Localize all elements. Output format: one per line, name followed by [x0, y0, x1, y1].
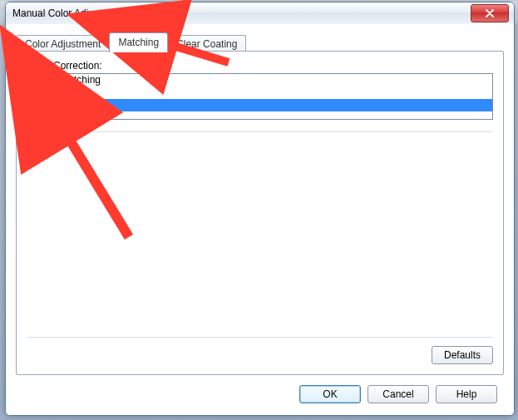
tab-matching[interactable]: Matching — [109, 32, 168, 52]
dialog-button-row: OK Cancel Help — [299, 385, 497, 403]
divider — [27, 131, 493, 132]
desktop-backdrop: Manual Color Adjustment Color Adjustment… — [0, 0, 518, 420]
cancel-button[interactable]: Cancel — [368, 385, 429, 403]
list-item-label: ICM — [31, 86, 49, 98]
defaults-button[interactable]: Defaults — [432, 346, 493, 364]
color-correction-listbox[interactable]: Driver Matching ICM None — [27, 73, 493, 120]
list-item[interactable]: Driver Matching — [27, 74, 492, 86]
window-title: Manual Color Adjustment — [12, 7, 124, 19]
tab-page-matching: Color Correction: Driver Matching ICM No… — [16, 51, 504, 375]
close-button[interactable] — [471, 4, 509, 22]
color-correction-label: Color Correction: — [27, 60, 102, 72]
titlebar: Manual Color Adjustment — [6, 2, 514, 25]
defaults-area: Defaults — [432, 346, 493, 364]
list-item-label: None — [31, 99, 55, 111]
tab-label: Color Adjustment — [25, 38, 101, 50]
list-item[interactable]: None — [27, 99, 492, 111]
close-icon — [486, 9, 494, 17]
tab-label: Clear Coating — [176, 38, 237, 50]
tab-strip: Color Adjustment Matching Clear Coating — [16, 32, 245, 52]
help-button[interactable]: Help — [436, 385, 497, 403]
list-item[interactable]: ICM — [27, 86, 492, 99]
divider — [27, 337, 493, 338]
dialog-window: Manual Color Adjustment Color Adjustment… — [5, 2, 515, 416]
ok-button[interactable]: OK — [299, 385, 361, 403]
tab-label: Matching — [118, 37, 159, 48]
client-area: Color Adjustment Matching Clear Coating … — [6, 24, 514, 415]
list-item-label: Driver Matching — [31, 74, 101, 86]
